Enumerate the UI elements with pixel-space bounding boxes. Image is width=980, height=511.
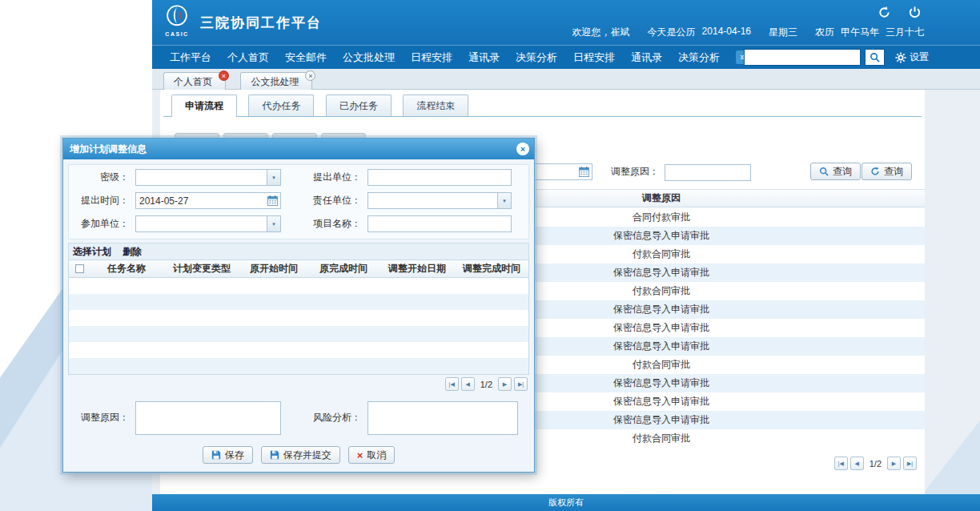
query-refresh-button[interactable]: 查询 [862, 163, 912, 180]
brand-text: CASIC [159, 31, 195, 37]
empty-grid-row [69, 294, 528, 310]
cell-adjust-reason: 保密信息导入申请审批 [613, 376, 709, 390]
last-page-button[interactable]: ▶| [514, 377, 528, 391]
subtab-done-tasks[interactable]: 已办任务 [326, 95, 392, 116]
cell-adjust-reason: 保密信息导入申请审批 [613, 303, 709, 316]
propose-unit-label: 提出单位： [294, 169, 361, 186]
first-page-button[interactable]: |◀ [445, 377, 459, 391]
nav-item[interactable]: 日程安排 [411, 50, 452, 65]
power-icon[interactable] [908, 6, 922, 20]
next-page-button[interactable]: ▶ [498, 377, 512, 391]
tab-close-icon[interactable]: × [219, 70, 229, 81]
nav-item[interactable]: 决策分析 [516, 50, 557, 65]
footer: 版权所有 [152, 494, 980, 511]
participate-unit-label: 参加单位： [65, 215, 129, 232]
next-page-button[interactable]: ▶ [887, 457, 901, 470]
nav-item[interactable]: 决策分析 [678, 50, 720, 65]
risk-analysis-label: 风险分析： [294, 409, 361, 426]
query-button[interactable]: 查询 [810, 163, 861, 180]
nav-item[interactable]: 安全邮件 [285, 50, 327, 65]
dialog-close-button[interactable]: × [516, 143, 529, 155]
search-icon [819, 167, 829, 176]
project-name-input[interactable] [368, 215, 512, 232]
prev-page-button[interactable]: ◀ [461, 377, 475, 391]
query-button-label: 查询 [833, 165, 852, 179]
nav-item[interactable]: 通讯录 [468, 50, 500, 65]
last-page-button[interactable]: ▶| [903, 457, 917, 470]
nav-item[interactable]: 公文批处理 [343, 50, 395, 65]
grid-header-task-name: 任务名称 [90, 260, 163, 277]
search-button[interactable] [865, 49, 885, 66]
grid-header-orig-start: 原开始时间 [240, 260, 307, 277]
search-input[interactable] [744, 49, 861, 66]
cell-adjust-reason: 付款合同审批 [633, 247, 690, 261]
grid-toolbar: 选择计划 删除 [68, 243, 529, 260]
first-page-button[interactable]: |◀ [834, 457, 848, 470]
responsible-unit-label: 责任单位： [294, 192, 361, 209]
responsible-unit-select[interactable]: ▼ [368, 192, 512, 209]
nav-item[interactable]: 日程安排 [573, 50, 615, 65]
tab-document-processing[interactable]: 公文批处理 × [240, 72, 312, 90]
secrecy-level-select[interactable]: ▼ [135, 169, 281, 186]
settings-button[interactable]: 设置 [895, 50, 929, 64]
dialog-titlebar[interactable]: 增加计划调整信息 × [63, 139, 534, 159]
window-tabbar: 个人首页 × 公文批处理 × [152, 69, 980, 90]
subtab-label: 流程结束 [416, 100, 455, 111]
lunar-day: 三月十七 [886, 26, 924, 39]
dialog-body: 密级： ▼ 提出单位： 提出时间： 2014-05-27 责任单位： ▼ 参加单… [63, 159, 534, 472]
nav-tools: 设置 [744, 49, 929, 66]
calendar-icon[interactable] [266, 194, 279, 207]
app-header: CASIC 三院协同工作平台 欢迎您，崔斌 今天是公历 2014-04-16 星… [152, 0, 980, 45]
grid-header-adjust-start: 调整开始日期 [380, 260, 455, 277]
grid-header-adjust-finish: 调整完成时间 [455, 260, 528, 277]
today-label: 今天是公历 [648, 26, 696, 39]
save-and-submit-button[interactable]: 保存并提交 [261, 446, 340, 464]
empty-grid-row [69, 278, 528, 294]
tab-close-icon[interactable]: × [305, 70, 315, 81]
select-plan-link[interactable]: 选择计划 [73, 245, 111, 259]
propose-time-input[interactable]: 2014-05-27 [135, 192, 281, 209]
chevron-down-icon: ▼ [497, 193, 511, 208]
cell-adjust-reason: 付款合同审批 [633, 432, 690, 445]
empty-grid-row [69, 326, 528, 342]
subtab-apply-flow[interactable]: 申请流程 [171, 95, 237, 116]
subtab-todo-tasks[interactable]: 代办任务 [248, 95, 314, 116]
adjust-reason-textarea[interactable] [135, 401, 281, 435]
subtab-flow-finished[interactable]: 流程结束 [403, 95, 468, 116]
chevron-down-icon: ▼ [267, 170, 280, 185]
subtab-label: 已办任务 [339, 100, 378, 111]
screen: CASIC 三院协同工作平台 欢迎您，崔斌 今天是公历 2014-04-16 星… [0, 0, 980, 511]
refresh-icon[interactable] [878, 6, 892, 20]
save-button[interactable]: 保存 [203, 446, 253, 464]
dialog-title: 增加计划调整信息 [70, 143, 147, 156]
empty-grid-row [69, 342, 528, 358]
project-name-label: 项目名称： [294, 215, 361, 232]
nav-item[interactable]: 工作平台 [170, 50, 211, 65]
nav-item[interactable]: 通讯录 [631, 50, 662, 65]
propose-unit-input[interactable] [368, 169, 512, 186]
tab-personal-home[interactable]: 个人首页 × [163, 72, 226, 90]
prev-page-button[interactable]: ◀ [850, 457, 864, 470]
grid-header-orig-finish: 原完成时间 [307, 260, 380, 277]
tab-label: 个人首页 [174, 76, 212, 87]
empty-grid-row [69, 310, 528, 326]
adjust-reason-filter-input[interactable] [665, 164, 751, 181]
lunar-year: 甲午马年 [841, 26, 879, 39]
plan-grid: 任务名称 计划变更类型 原开始时间 原完成时间 调整开始日期 调整完成时间 [68, 260, 529, 375]
risk-analysis-textarea[interactable] [368, 401, 518, 435]
secrecy-level-label: 密级： [65, 169, 129, 186]
cell-adjust-reason: 保密信息导入申请审批 [613, 413, 709, 427]
weekday-text: 星期三 [769, 26, 797, 39]
today-date: 2014-04-16 [702, 26, 751, 39]
cancel-button[interactable]: × 取消 [348, 446, 396, 464]
casic-logo-icon: CASIC [159, 3, 195, 43]
save-icon [270, 450, 279, 460]
refresh-icon [870, 167, 880, 176]
select-all-checkbox[interactable] [75, 264, 84, 273]
delete-link[interactable]: 删除 [122, 245, 142, 259]
calendar-icon[interactable] [577, 165, 591, 179]
nav-item[interactable]: 个人首页 [227, 50, 269, 65]
lunar-label: 农历 [815, 26, 834, 39]
settings-label: 设置 [910, 50, 929, 64]
participate-unit-select[interactable]: ▼ [135, 215, 281, 232]
